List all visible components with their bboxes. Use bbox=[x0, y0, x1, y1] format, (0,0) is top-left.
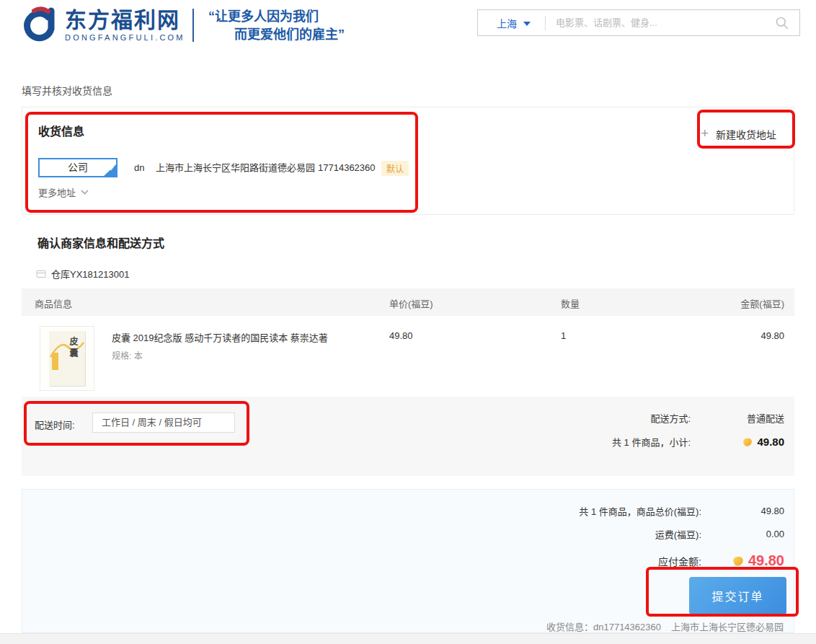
qf-logo-icon[interactable] bbox=[19, 6, 61, 48]
search-icon[interactable] bbox=[775, 16, 789, 30]
book-cover: 皮囊 bbox=[49, 331, 85, 386]
subtotal-value: 49.80 bbox=[757, 436, 784, 448]
product-unit-price: 49.80 bbox=[389, 330, 413, 341]
delivery-options-area: 配送时间: 工作日 / 周末 / 假日均可 配送方式: 普通配送 共 1 件商品… bbox=[22, 397, 794, 476]
tagline-line2: 而更爱他们的雇主” bbox=[208, 26, 345, 44]
subtotal-row: 共 1 件商品，小计: 49.80 bbox=[612, 435, 784, 449]
payable-value: 49.80 bbox=[748, 552, 784, 569]
col-amount: 金额(福豆) bbox=[740, 296, 784, 310]
more-addresses-label: 更多地址 bbox=[38, 185, 76, 199]
delivery-method-row: 配送方式: 普通配送 bbox=[612, 411, 784, 425]
caret-down-icon bbox=[523, 22, 531, 26]
brand-tagline: “让更多人因为我们 而更爱他们的雇主” bbox=[208, 8, 345, 44]
brand-name: 东方福利网 bbox=[65, 9, 185, 32]
freight-value: 0.00 bbox=[701, 529, 784, 539]
page-title: 填写并核对收货信息 bbox=[22, 83, 112, 97]
total-value: 49.80 bbox=[701, 506, 784, 516]
delivery-method-value: 普通配送 bbox=[691, 411, 784, 425]
total-label: 共 1 件商品，商品总价(福豆): bbox=[579, 504, 701, 518]
new-address-label: 新建收货地址 bbox=[716, 127, 776, 141]
cover-label bbox=[52, 353, 58, 370]
payable-value-wrap: 49.80 bbox=[701, 552, 784, 569]
table-header: 商品信息 单价(福豆) 数量 金额(福豆) bbox=[22, 288, 794, 316]
tagline-line1: “让更多人因为我们 bbox=[208, 9, 319, 24]
footer-shipping-label: 收货信息： bbox=[546, 622, 593, 632]
checkout-page: 东方福利网 DONGFANGFULI.COM “让更多人因为我们 而更爱他们的雇… bbox=[0, 0, 816, 644]
check-icon: ✓ bbox=[110, 160, 115, 177]
spec-label: 规格: bbox=[112, 351, 131, 361]
brand-block[interactable]: 东方福利网 DONGFANGFULI.COM bbox=[65, 9, 185, 42]
freight-label: 运费(福豆): bbox=[655, 527, 701, 541]
merchant-section-title: 确认商家信息和配送方式 bbox=[37, 234, 164, 251]
address-type-label: 公司 bbox=[68, 162, 88, 173]
bean-icon bbox=[732, 555, 745, 567]
delivery-time-label: 配送时间: bbox=[35, 418, 75, 431]
subtotal-value-wrap: 49.80 bbox=[691, 436, 784, 448]
payable-row: 应付金额: 49.80 bbox=[658, 552, 784, 569]
product-quantity: 1 bbox=[561, 330, 566, 341]
more-addresses-toggle[interactable]: 更多地址 bbox=[38, 185, 89, 199]
payable-label: 应付金额: bbox=[658, 554, 701, 568]
new-address-button[interactable]: + 新建收货地址 bbox=[701, 126, 776, 141]
table-row: 皮囊 皮囊 2019纪念版 感动千万读者的国民读本 蔡崇达著 规格: 本 49.… bbox=[22, 316, 794, 397]
summary-footer: 收货信息：dn17714362360上海市上海长宁区德必易园 bbox=[546, 619, 784, 633]
warehouse-icon bbox=[36, 270, 46, 278]
freight-row: 运费(福豆): 0.00 bbox=[655, 527, 784, 541]
subtotal-label: 共 1 件商品，小计: bbox=[612, 435, 691, 449]
col-unit-price: 单价(福豆) bbox=[389, 296, 433, 310]
product-amount: 49.80 bbox=[760, 330, 784, 341]
plus-icon: + bbox=[701, 126, 709, 141]
recipient-name: dn bbox=[134, 158, 144, 177]
total-row: 共 1 件商品，商品总价(福豆): 49.80 bbox=[579, 504, 784, 518]
recipient-phone: 17714362360 bbox=[318, 158, 376, 177]
footer-address: 上海市上海长宁区德必易园 bbox=[671, 622, 784, 632]
city-selector[interactable]: 上海 bbox=[497, 16, 531, 30]
col-quantity: 数量 bbox=[561, 296, 580, 310]
product-cover-title: 皮囊 bbox=[67, 337, 79, 360]
product-image[interactable]: 皮囊 bbox=[40, 326, 94, 391]
city-label: 上海 bbox=[497, 16, 517, 30]
summary-rows: 共 1 件商品，商品总价(福豆): 49.80 运费(福豆): 0.00 应付金… bbox=[579, 504, 784, 569]
warehouse-label: 仓库YX181213001 bbox=[51, 267, 129, 281]
footer-contact: dn17714362360 bbox=[593, 622, 661, 632]
submit-order-button[interactable]: 提交订单 bbox=[689, 577, 786, 614]
delivery-method-label: 配送方式: bbox=[650, 411, 691, 425]
recipient-address: 上海市上海长宁区华阳路街道德必易园 bbox=[156, 158, 315, 177]
spec-value: 本 bbox=[134, 351, 143, 361]
product-title[interactable]: 皮囊 2019纪念版 感动千万读者的国民读本 蔡崇达著 bbox=[112, 330, 328, 344]
default-badge: 默认 bbox=[381, 161, 409, 176]
address-type-tab[interactable]: 公司 ✓ bbox=[38, 158, 117, 177]
col-product-info: 商品信息 bbox=[35, 296, 72, 310]
delivery-summary: 配送方式: 普通配送 共 1 件商品，小计: 49.80 bbox=[612, 411, 784, 449]
warehouse-row: 仓库YX181213001 bbox=[36, 267, 129, 281]
delivery-time-select[interactable]: 工作日 / 周末 / 假日均可 bbox=[92, 413, 235, 433]
search-bar: 上海 bbox=[477, 9, 800, 36]
brand-domain: DONGFANGFULI.COM bbox=[65, 33, 185, 42]
search-input[interactable] bbox=[546, 17, 775, 28]
shipping-title: 收货信息 bbox=[38, 122, 84, 139]
product-spec: 规格: 本 bbox=[112, 349, 143, 361]
bottom-strip bbox=[0, 633, 816, 644]
bean-icon bbox=[742, 437, 753, 447]
order-summary-panel: 共 1 件商品，商品总价(福豆): 49.80 运费(福豆): 0.00 应付金… bbox=[22, 489, 794, 633]
chevron-down-icon bbox=[81, 190, 89, 195]
header-divider bbox=[192, 9, 194, 42]
shipping-info-card: 收货信息 公司 ✓ dn 上海市上海长宁区华阳路街道德必易园 177143623… bbox=[22, 107, 794, 215]
